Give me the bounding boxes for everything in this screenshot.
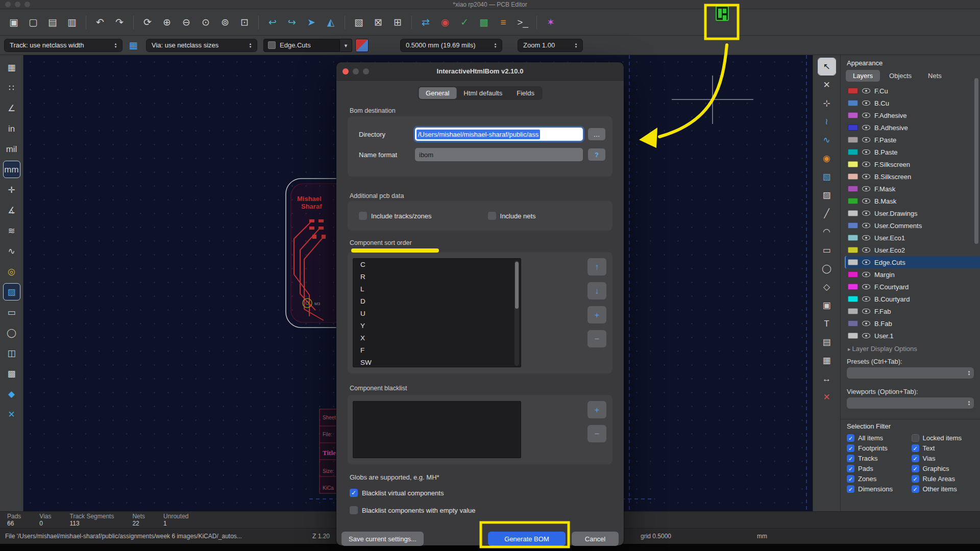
blacklist-remove-button[interactable]: − [587, 425, 606, 442]
zoom-select[interactable]: Zoom 1.00 [518, 39, 583, 52]
directory-input[interactable]: /Users/mishael/mishael-sharaf/public/ass [415, 128, 583, 141]
divider-5[interactable] [411, 16, 412, 29]
layer-row[interactable]: F.Fab [845, 305, 980, 317]
layer-row[interactable]: F.Cu [845, 85, 980, 97]
sort-order-item[interactable]: X [353, 332, 521, 344]
active-layer-select[interactable]: Edge.Cuts [263, 39, 340, 52]
selection-filter-checkbox[interactable] [847, 434, 854, 442]
track-display-icon[interactable]: ▭ [4, 304, 20, 320]
include-tracks-checkbox-box[interactable] [359, 212, 367, 220]
dialog-tab[interactable]: General [419, 87, 456, 99]
include-nets-checkbox[interactable]: Include nets [488, 212, 536, 220]
blacklist-virtual-checkbox-box[interactable] [350, 489, 358, 497]
flip-board-icon[interactable]: ◭ [322, 14, 339, 31]
layer-color-swatch[interactable] [848, 112, 858, 118]
layer-row[interactable]: User.Drawings [845, 207, 980, 219]
layer-color-swatch[interactable] [848, 284, 858, 290]
cancel-button[interactable]: Cancel [572, 532, 619, 546]
divider-6[interactable] [536, 16, 537, 29]
layer-visibility-eye-icon[interactable] [862, 174, 870, 179]
layer-color-swatch[interactable] [848, 88, 858, 94]
selection-filter-checkbox[interactable] [847, 465, 854, 472]
selection-filter-item[interactable]: All items [847, 434, 912, 442]
appearance-tab[interactable]: Layers [846, 70, 880, 82]
appearance-scrollbar[interactable] [974, 78, 978, 244]
rule-area-tool-icon[interactable]: ▨ [818, 187, 836, 204]
grid-size-select[interactable]: 0.5000 mm (19.69 mils) [400, 39, 502, 52]
layer-visibility-eye-icon[interactable] [862, 162, 870, 167]
name-format-help-button[interactable]: ? [588, 148, 605, 161]
layer-visibility-eye-icon[interactable] [862, 223, 870, 228]
layer-color-swatch[interactable] [848, 308, 858, 314]
layer-color-swatch[interactable] [848, 137, 858, 143]
blacklist-empty-checkbox[interactable]: Blacklist components with empty value [350, 506, 476, 514]
dimension-tool-icon[interactable]: ↔ [818, 370, 836, 387]
sort-add-button[interactable]: + [587, 306, 606, 323]
viewports-select[interactable] [847, 397, 974, 409]
layer-row[interactable]: B.Cu [845, 97, 980, 109]
highlight-net-tool-icon[interactable]: ✕ [818, 77, 836, 93]
divider-2[interactable] [133, 16, 134, 29]
zoom-objects-icon[interactable]: ⊚ [216, 14, 234, 31]
scrollbar-thumb[interactable] [515, 262, 519, 309]
undo-icon[interactable]: ↶ [91, 14, 109, 31]
layer-color-swatch[interactable] [848, 198, 858, 204]
view-back-icon[interactable]: ↩ [264, 14, 281, 31]
drc-check-icon[interactable]: ✓ [456, 14, 473, 31]
selection-filter-checkbox[interactable] [912, 485, 919, 493]
selection-filter-item[interactable]: Other items [912, 485, 976, 493]
layer-row[interactable]: Edge.Cuts [845, 256, 980, 268]
via-size-select[interactable]: Via: use netclass sizes [146, 39, 257, 52]
dialog-titlebar[interactable]: InteractiveHtmlBom v2.10.0 [336, 62, 624, 81]
dialog-tab[interactable]: Html defaults [456, 87, 509, 99]
layer-visibility-eye-icon[interactable] [862, 211, 870, 216]
presets-select[interactable] [847, 367, 974, 379]
selection-filter-item[interactable]: Text [912, 444, 976, 452]
name-format-input[interactable]: ibom [415, 148, 583, 161]
layer-row[interactable]: F.Adhesive [845, 109, 980, 121]
dialog-close-button[interactable] [342, 68, 349, 74]
layer-row[interactable]: B.Mask [845, 195, 980, 207]
layer-row[interactable]: F.Mask [845, 183, 980, 195]
layer-visibility-eye-icon[interactable] [862, 125, 870, 130]
include-nets-checkbox-box[interactable] [488, 212, 496, 220]
generate-bom-button[interactable]: Generate BOM [488, 532, 566, 546]
layer-color-swatch[interactable] [848, 210, 858, 216]
print-icon[interactable]: ▤ [44, 14, 61, 31]
selection-filter-checkbox[interactable] [847, 485, 854, 493]
sort-order-item[interactable]: D [353, 295, 521, 308]
zoom-window-button[interactable] [24, 2, 30, 7]
save-icon[interactable]: ▣ [5, 14, 22, 31]
layer-visibility-eye-icon[interactable] [862, 137, 870, 142]
refresh-plugins-icon[interactable]: ✶ [542, 14, 559, 31]
selection-filter-checkbox[interactable] [847, 444, 854, 452]
layer-visibility-eye-icon[interactable] [862, 284, 870, 289]
layer-dropdown-button[interactable] [340, 39, 352, 52]
sort-list-scrollbar[interactable] [514, 261, 519, 366]
layer-row[interactable]: Margin [845, 268, 980, 281]
selection-filter-checkbox[interactable] [847, 455, 854, 462]
layer-visibility-eye-icon[interactable] [862, 235, 870, 240]
close-window-button[interactable] [5, 2, 11, 7]
save-settings-button[interactable]: Save current settings... [341, 532, 424, 546]
layer-visibility-eye-icon[interactable] [862, 321, 870, 326]
crosshair-cursor-icon[interactable]: ✛ [4, 182, 20, 198]
selection-filter-item[interactable]: Vias [912, 455, 976, 462]
layer-color-swatch[interactable] [848, 296, 858, 302]
unlock-icon[interactable]: ⊞ [389, 14, 406, 31]
zoom-selection-icon[interactable]: ⊡ [236, 14, 253, 31]
include-tracks-checkbox[interactable]: Include tracks/zones [359, 212, 432, 220]
ratsnest-visibility-icon[interactable]: ≋ [4, 222, 20, 239]
layer-color-swatch[interactable] [848, 235, 858, 241]
draw-line-tool-icon[interactable]: ╱ [818, 205, 836, 222]
dialog-tab[interactable]: Fields [509, 87, 542, 99]
inspect-tools-icon[interactable]: ✕ [4, 406, 20, 422]
layer-row[interactable]: User.1 [845, 330, 980, 342]
sort-order-item[interactable]: L [353, 283, 521, 295]
layer-visibility-eye-icon[interactable] [862, 333, 870, 338]
layer-row[interactable]: User.Eco1 [845, 232, 980, 244]
layer-visibility-eye-icon[interactable] [862, 198, 870, 204]
appearance-tab[interactable]: Nets [921, 70, 949, 82]
appearance-tab[interactable]: Objects [882, 70, 919, 82]
draw-polygon-tool-icon[interactable]: ◇ [818, 279, 836, 295]
